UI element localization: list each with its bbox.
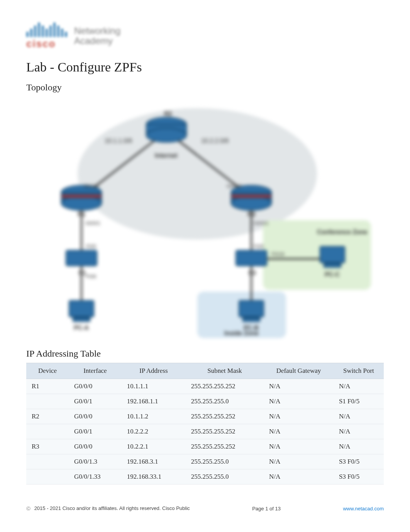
logo-line-1: Networking: [74, 26, 120, 36]
cell: G0/0/1.33: [69, 469, 122, 484]
cell: 10.2.2.1: [122, 439, 186, 454]
label-pc-c: PC-C: [325, 271, 340, 278]
pc-icon: [320, 246, 345, 267]
cell: N/A: [264, 454, 334, 469]
label-link-1: 10.1.1.0/8: [105, 138, 132, 144]
label-port: G0/0/0: [227, 183, 242, 189]
page-number: 1: [265, 506, 268, 512]
col-switchport: Switch Port: [334, 363, 384, 379]
table-row: G0/0/1.3 192.168.3.1 255.255.255.0 N/A S…: [26, 454, 384, 469]
cell: [26, 394, 69, 409]
svg-rect-20: [231, 195, 271, 198]
cell: 10.1.1.1: [122, 379, 186, 394]
col-gateway: Default Gateway: [264, 363, 334, 379]
footer-link[interactable]: www.netacad.com: [343, 506, 384, 512]
label-s3: S3: [248, 270, 256, 276]
label-port: F0/5: [254, 243, 264, 249]
page-title: Lab - Configure ZPFs: [26, 60, 384, 75]
cell: 192.168.3.1: [122, 454, 186, 469]
cell: 255.255.255.252: [186, 424, 264, 439]
label-port: F0/5: [86, 243, 96, 249]
logo-subtitle: Networking Academy: [74, 26, 120, 45]
section-topology: Topology: [26, 82, 384, 93]
copyright-text: 2015 - 2021 Cisco and/or its affiliates.…: [34, 505, 190, 511]
cell: N/A: [334, 379, 384, 394]
copyright-icon: Ⓒ: [26, 506, 30, 511]
topology-diagram: Internet 10.1.1.0/8 10.2.2.0/8 R1 R2 R3 …: [26, 97, 384, 340]
cell: G0/0/0: [69, 439, 122, 454]
cell: 255.255.255.0: [186, 394, 264, 409]
cisco-mark: cisco: [26, 22, 67, 50]
svg-point-15: [61, 196, 102, 210]
label-inside-zone: Inside Zone: [224, 330, 259, 337]
label-port: F0/6: [86, 274, 96, 279]
svg-rect-23: [69, 301, 94, 317]
table-body: R1 G0/0/0 10.1.1.1 255.255.255.252 N/A N…: [26, 379, 384, 484]
cell: N/A: [264, 469, 334, 484]
cell: 255.255.255.252: [186, 409, 264, 424]
table-header-row: Device Interface IP Address Subnet Mask …: [26, 363, 384, 379]
label-port: G0/0/0: [84, 183, 99, 189]
table-row: R2 G0/0/0 10.1.1.2 255.255.255.252 N/A N…: [26, 409, 384, 424]
cell: 255.255.255.0: [186, 454, 264, 469]
svg-rect-27: [320, 246, 345, 263]
pc-icon: [69, 301, 94, 321]
svg-rect-16: [61, 195, 102, 198]
cell: [26, 469, 69, 484]
footer-page: Page 1 of 13: [252, 506, 281, 512]
cell: 255.255.255.252: [186, 379, 264, 394]
ip-addressing-table: Device Interface IP Address Subnet Mask …: [26, 363, 384, 484]
cell: G0/0/1: [69, 424, 122, 439]
section-ip-table: IP Addressing Table: [26, 348, 384, 359]
cell: N/A: [334, 409, 384, 424]
label-port: G0/0/1: [254, 220, 269, 226]
cell: [26, 424, 69, 439]
cell: N/A: [334, 424, 384, 439]
switch-icon: [66, 250, 97, 266]
cell: N/A: [264, 424, 334, 439]
svg-rect-21: [66, 250, 97, 266]
cell: 192.168.1.1: [122, 394, 186, 409]
cell: G0/0/0: [69, 409, 122, 424]
cell: N/A: [264, 439, 334, 454]
cell: 255.255.255.252: [186, 439, 264, 454]
cisco-logo: cisco Networking Academy: [26, 22, 384, 50]
label-link-2: 10.2.2.0/8: [201, 138, 229, 144]
cell: N/A: [264, 409, 334, 424]
label-s1: S1: [78, 270, 86, 276]
cell: 255.255.255.0: [186, 469, 264, 484]
topology-svg: Internet 10.1.1.0/8 10.2.2.0/8 R1 R2 R3 …: [35, 97, 375, 340]
col-mask: Subnet Mask: [186, 363, 264, 379]
label-r3: R3: [247, 211, 256, 218]
svg-point-19: [231, 196, 271, 210]
pc-icon: [239, 301, 264, 321]
svg-point-12: [146, 128, 186, 142]
label-port: F0/18: [271, 251, 284, 257]
cell: G0/0/1.3: [69, 454, 122, 469]
table-row: G0/0/1 10.2.2.2 255.255.255.252 N/A N/A: [26, 424, 384, 439]
cell: 10.1.1.2: [122, 409, 186, 424]
cell: S3 F0/5: [334, 454, 384, 469]
label-port: G0/0/1: [85, 220, 100, 226]
cell: N/A: [264, 379, 334, 394]
cell: S1 F0/5: [334, 394, 384, 409]
cell: N/A: [334, 439, 384, 454]
label-pc-a: PC-A: [74, 325, 89, 331]
cell: R3: [26, 439, 69, 454]
cell: [26, 454, 69, 469]
label-r1: R1: [78, 211, 86, 218]
cell: R2: [26, 409, 69, 424]
footer-copyright: Ⓒ 2015 - 2021 Cisco and/or its affiliate…: [26, 505, 190, 512]
page-footer: Ⓒ 2015 - 2021 Cisco and/or its affiliate…: [26, 505, 384, 512]
col-ip: IP Address: [122, 363, 186, 379]
col-device: Device: [26, 363, 69, 379]
svg-point-0: [78, 108, 317, 240]
cell: 192.168.33.1: [122, 469, 186, 484]
svg-rect-28: [324, 263, 341, 267]
page-of: of 13: [269, 506, 281, 512]
brand-name: cisco: [26, 38, 67, 50]
svg-rect-25: [239, 301, 264, 317]
svg-rect-24: [73, 318, 90, 321]
cell: 10.2.2.2: [122, 424, 186, 439]
table-row: G0/0/1.33 192.168.33.1 255.255.255.0 N/A…: [26, 469, 384, 484]
